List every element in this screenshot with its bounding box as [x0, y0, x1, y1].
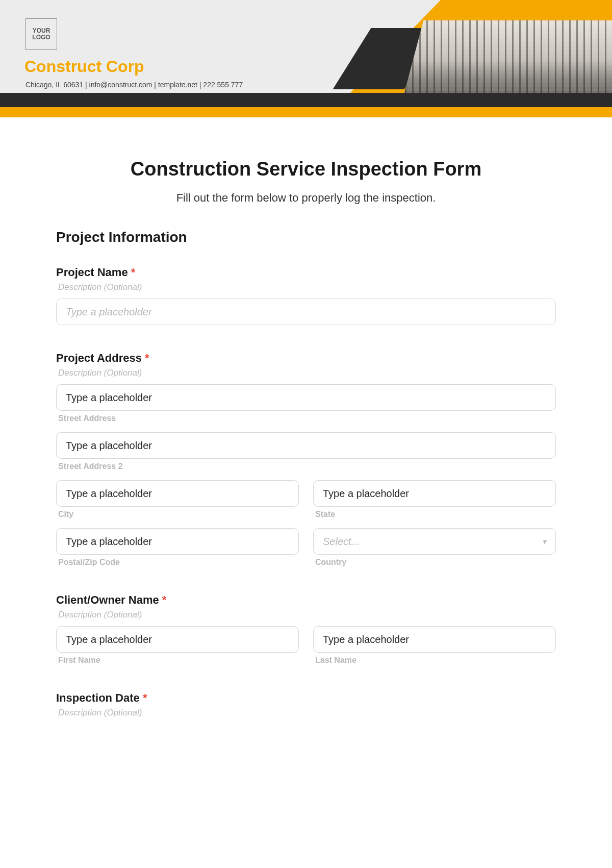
field-description: Description (Optional)	[58, 368, 556, 378]
field-group-project-name: Project Name * Description (Optional) Ty…	[56, 266, 556, 325]
letterhead-banner: YOUR LOGO Construct Corp Chicago, IL 606…	[0, 0, 612, 117]
label-text: Project Name	[56, 266, 128, 279]
field-description: Description (Optional)	[58, 282, 556, 292]
label-inspection-date: Inspection Date *	[56, 691, 556, 705]
label-project-name: Project Name *	[56, 266, 556, 279]
form-body: Construction Service Inspection Form Fil…	[0, 117, 612, 745]
required-mark: *	[162, 593, 167, 606]
project-name-input[interactable]: Type a placeholder	[56, 299, 556, 325]
sublabel-street-address-2: Street Address 2	[58, 462, 556, 471]
select-placeholder: Select...	[323, 536, 360, 548]
company-contact-line: Chicago, IL 60631 | info@construct.com |…	[26, 81, 243, 89]
logo-placeholder: YOUR LOGO	[26, 18, 57, 50]
state-input[interactable]: Type a placeholder	[313, 480, 556, 507]
city-input[interactable]: Type a placeholder	[56, 480, 299, 507]
form-subtitle: Fill out the form below to properly log …	[56, 191, 556, 205]
required-mark: *	[143, 691, 147, 704]
field-description: Description (Optional)	[58, 610, 556, 620]
label-text: Client/Owner Name	[56, 593, 159, 606]
label-text: Project Address	[56, 352, 142, 364]
label-project-address: Project Address *	[56, 352, 556, 365]
sublabel-last-name: Last Name	[315, 656, 556, 665]
sublabel-state: State	[315, 510, 556, 519]
label-text: Inspection Date	[56, 691, 140, 704]
sublabel-street-address: Street Address	[58, 414, 556, 423]
first-name-input[interactable]: Type a placeholder	[56, 626, 299, 653]
country-select[interactable]: Select... ▾	[313, 528, 556, 555]
label-client-owner: Client/Owner Name *	[56, 593, 556, 607]
sublabel-first-name: First Name	[58, 656, 299, 665]
banner-stripe-orange	[0, 107, 612, 117]
required-mark: *	[145, 352, 149, 364]
field-group-project-address: Project Address * Description (Optional)…	[56, 352, 556, 567]
section-title-project-info: Project Information	[56, 229, 556, 245]
form-title: Construction Service Inspection Form	[56, 158, 556, 180]
field-group-inspection-date: Inspection Date * Description (Optional)	[56, 691, 556, 718]
banner-stripe-dark	[0, 93, 612, 107]
postal-input[interactable]: Type a placeholder	[56, 528, 299, 555]
chevron-down-icon: ▾	[542, 537, 546, 547]
street-address-input[interactable]: Type a placeholder	[56, 384, 556, 411]
last-name-input[interactable]: Type a placeholder	[313, 626, 556, 653]
field-description: Description (Optional)	[58, 708, 556, 718]
field-group-client-owner: Client/Owner Name * Description (Optiona…	[56, 593, 556, 665]
sublabel-country: Country	[315, 558, 556, 567]
street-address-2-input[interactable]: Type a placeholder	[56, 432, 556, 459]
sublabel-city: City	[58, 510, 299, 519]
sublabel-postal: Postal/Zip Code	[58, 558, 299, 567]
required-mark: *	[131, 266, 136, 279]
company-name: Construct Corp	[24, 57, 144, 76]
